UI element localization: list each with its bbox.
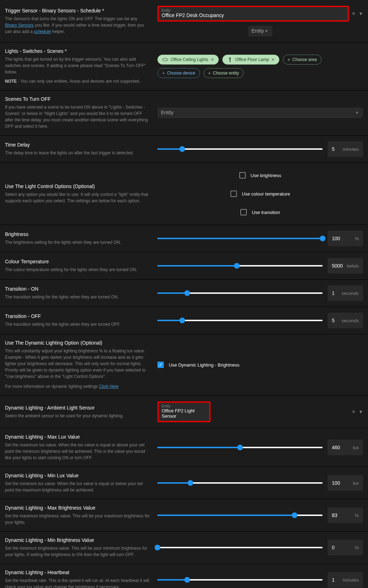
- use-dynamic-lighting-checkbox[interactable]: [157, 362, 164, 368]
- row-ambient-sensor: Dynamic Lighting - Ambient Light Sensor …: [0, 396, 368, 428]
- clear-icon[interactable]: ✕: [349, 409, 358, 414]
- min-brightness-desc: Set the minimum brightness value. This w…: [5, 545, 150, 558]
- row-max-brightness: Dynamic Lighting - Max Brightness Value …: [0, 499, 368, 532]
- dynamic-title: Use The Dynamic Lighting Option (Optiona…: [5, 340, 150, 346]
- use-transition-checkbox[interactable]: [240, 209, 247, 215]
- choose-device-button[interactable]: + Choose device: [157, 68, 200, 78]
- scenes-off-entity-field[interactable]: Entity ▼: [157, 108, 363, 118]
- time-delay-desc: The delay time to leave the lights on af…: [5, 150, 150, 156]
- row-brightness: Brightness The brightness setting for th…: [0, 225, 368, 252]
- schedule-link[interactable]: schedule: [34, 29, 51, 34]
- colour-temp-title: Colour Temperature: [5, 259, 150, 264]
- transition-on-title: Transition - ON: [5, 286, 150, 292]
- trigger-sensor-desc: The Sensor/s that turns the lights ON an…: [5, 16, 150, 35]
- row-trigger-sensor: Trigger Sensor - Binary Sensors - Schedu…: [0, 0, 368, 43]
- plus-icon: +: [162, 70, 165, 76]
- heartbeat-slider[interactable]: [157, 576, 323, 583]
- row-min-lux: Dynamic Lighting - Min Lux Value Set the…: [0, 467, 368, 499]
- row-colour-temp: Colour Temperature The colour temperatur…: [0, 252, 368, 280]
- brightness-slider[interactable]: [157, 235, 323, 242]
- clear-icon[interactable]: ✕: [349, 11, 358, 16]
- time-delay-title: Time Delay: [5, 142, 150, 148]
- min-lux-value[interactable]: 100 lux: [328, 475, 363, 491]
- max-lux-title: Dynamic Lighting - Max Lux Value: [5, 434, 150, 440]
- transition-off-desc: The transition setting for the lights wh…: [5, 321, 150, 328]
- min-brightness-value[interactable]: 0 %: [328, 540, 363, 555]
- row-max-lux: Dynamic Lighting - Max Lux Value Set the…: [0, 428, 368, 467]
- max-lux-value[interactable]: 460 lux: [328, 440, 363, 455]
- chip-floor-lamp[interactable]: Office Floor Lamp ✕: [222, 55, 279, 65]
- transition-on-value[interactable]: 1 seconds: [328, 285, 363, 301]
- use-brightness-checkbox[interactable]: [239, 172, 246, 178]
- row-min-brightness: Dynamic Lighting - Min Brightness Value …: [0, 532, 368, 564]
- dynamic-desc: This will constantly adjust your lightin…: [5, 348, 150, 380]
- row-time-delay: Time Delay The delay time to leave the l…: [0, 136, 368, 163]
- scenes-off-title: Scenes To Turn OFF: [5, 96, 150, 102]
- chevron-down-icon[interactable]: ▼: [264, 29, 269, 33]
- trigger-sensor-title: Trigger Sensor - Binary Sensors - Schedu…: [5, 8, 150, 13]
- ambient-entity-field[interactable]: Entity Office FP2 Light Sensor: [157, 401, 211, 422]
- heartbeat-title: Dynamic Lighting - Heartbeat: [5, 570, 150, 575]
- choose-area-button[interactable]: + Choose area: [283, 55, 322, 65]
- row-heartbeat: Dynamic Lighting - Heartbeat Set the hea…: [0, 564, 368, 588]
- brightness-title: Brightness: [5, 231, 150, 237]
- trigger-entity-field[interactable]: Entity Office FP2 Desk Occupancy: [157, 6, 349, 22]
- transition-off-title: Transition - OFF: [5, 313, 150, 319]
- ambient-sensor-title: Dynamic Lighting - Ambient Light Sensor: [5, 405, 150, 411]
- max-brightness-slider[interactable]: [157, 512, 323, 519]
- light-oval-icon: [162, 57, 168, 62]
- heartbeat-value[interactable]: 1 minutes: [328, 572, 363, 588]
- row-lights: Lights - Switches - Scenes * The lights …: [0, 43, 368, 90]
- chevron-down-icon[interactable]: ▼: [358, 11, 363, 16]
- transition-off-value[interactable]: 5 seconds: [328, 313, 363, 328]
- row-light-control: Use The Light Control Options (Optional)…: [0, 163, 368, 225]
- transition-on-slider[interactable]: [157, 290, 323, 297]
- min-brightness-slider[interactable]: [157, 544, 323, 551]
- close-icon[interactable]: ✕: [271, 57, 275, 62]
- lights-title: Lights - Switches - Scenes *: [5, 48, 150, 54]
- min-lux-title: Dynamic Lighting - Min Lux Value: [5, 473, 150, 478]
- max-lux-desc: Set the maximum lux value. When the lux …: [5, 442, 150, 461]
- scenes-off-desc: If you have selected a scene to be turne…: [5, 104, 150, 130]
- row-scenes-off: Scenes To Turn OFF If you have selected …: [0, 90, 368, 136]
- floor-lamp-icon: [227, 57, 233, 62]
- close-icon[interactable]: ✕: [211, 57, 214, 62]
- light-control-title: Use The Light Control Options (Optional): [5, 183, 150, 189]
- max-brightness-title: Dynamic Lighting - Max Brightness Value: [5, 505, 150, 511]
- chevron-down-icon[interactable]: ▼: [355, 111, 359, 115]
- transition-on-desc: The transition setting for the lights wh…: [5, 294, 150, 300]
- trigger-entity-field-2[interactable]: Entity ▼: [248, 26, 273, 37]
- heartbeat-desc: Set the heartbeat rate. This is the spee…: [5, 577, 150, 588]
- max-brightness-value[interactable]: 83 %: [328, 507, 363, 523]
- plus-icon: +: [288, 57, 290, 62]
- min-lux-slider[interactable]: [157, 479, 323, 487]
- brightness-desc: The brightness setting for the lights wh…: [5, 239, 150, 246]
- row-dynamic-lighting: Use The Dynamic Lighting Option (Optiona…: [0, 334, 368, 396]
- min-brightness-title: Dynamic Lighting - Min Brightness Value: [5, 537, 150, 543]
- binary-sensors-link[interactable]: Binary Sensors: [5, 23, 34, 28]
- transition-off-slider[interactable]: [157, 317, 323, 324]
- chip-ceiling-lights[interactable]: Office Ceiling Lights ✕: [157, 55, 219, 65]
- click-here-link[interactable]: Click Here: [99, 384, 118, 389]
- colour-temp-value[interactable]: 5000 kelvin: [328, 258, 363, 274]
- max-lux-slider[interactable]: [157, 444, 323, 451]
- time-delay-value[interactable]: 5 minutes: [328, 141, 363, 157]
- chevron-down-icon[interactable]: ▼: [358, 409, 363, 414]
- max-brightness-desc: Set the maximum brightness value. This w…: [5, 513, 150, 526]
- choose-entity-button[interactable]: + Choose entity: [203, 68, 244, 78]
- brightness-value[interactable]: 100 %: [328, 231, 363, 246]
- light-control-desc: Select any option you would like to use.…: [5, 191, 150, 204]
- min-lux-desc: Set the minimum lux value. When the lux …: [5, 480, 150, 493]
- use-colour-temp-checkbox[interactable]: [230, 191, 237, 197]
- lights-desc: The lights that get turned on by the tri…: [5, 56, 150, 75]
- row-transition-off: Transition - OFF The transition setting …: [0, 307, 368, 334]
- colour-temp-slider[interactable]: [157, 262, 323, 269]
- row-transition-on: Transition - ON The transition setting f…: [0, 280, 368, 307]
- plus-icon: +: [208, 70, 211, 76]
- colour-temp-desc: The colour temperature setting for the l…: [5, 266, 150, 273]
- time-delay-slider[interactable]: [157, 145, 323, 153]
- ambient-sensor-desc: Select the ambient sensor to be used for…: [5, 413, 150, 419]
